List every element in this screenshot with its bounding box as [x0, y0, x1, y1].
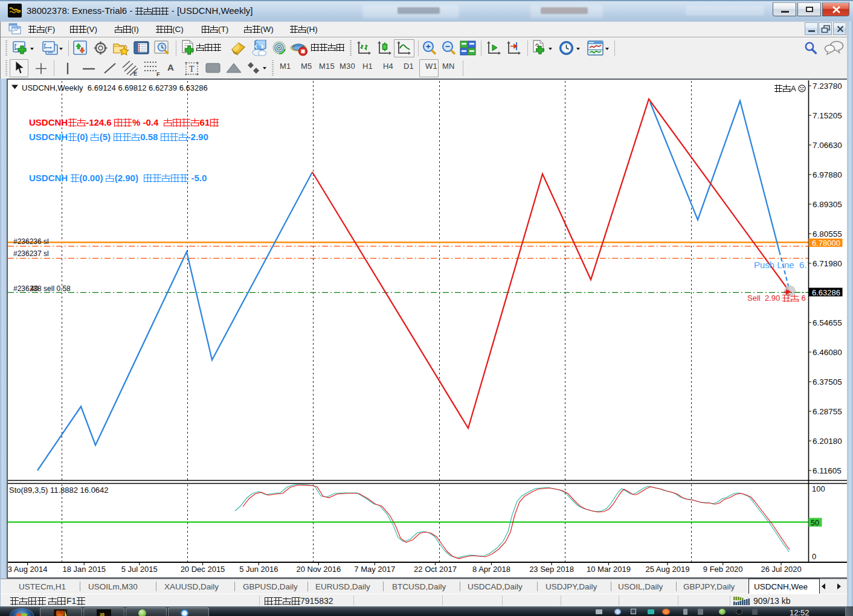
- svg-text:7.15205: 7.15205: [813, 111, 842, 120]
- svg-text:22 Oct 2017: 22 Oct 2017: [414, 565, 457, 574]
- svg-text:5 Jun 2016: 5 Jun 2016: [239, 565, 278, 574]
- svg-text:25 Aug 2019: 25 Aug 2019: [645, 565, 689, 574]
- svg-text:8 Apr 2018: 8 Apr 2018: [472, 565, 510, 574]
- svg-text:20 Dec 2015: 20 Dec 2015: [181, 565, 225, 574]
- svg-text:10 Mar 2019: 10 Mar 2019: [587, 565, 631, 574]
- svg-text:E: E: [134, 71, 137, 77]
- svg-text:6.54655: 6.54655: [813, 318, 842, 327]
- svg-text:9 Feb 2020: 9 Feb 2020: [703, 565, 743, 574]
- svg-text:6.28755: 6.28755: [813, 407, 842, 416]
- svg-text:USDCNH,Weekly 6.69124 6.69812: USDCNH,Weekly 6.69124 6.69812 6.62739 6.…: [22, 83, 208, 92]
- svg-text:Sto(89,3,5) 11.8882 16.0642: Sto(89,3,5) 11.8882 16.0642: [9, 486, 109, 495]
- svg-text:3 Aug 2014: 3 Aug 2014: [8, 565, 48, 574]
- svg-text:6.97880: 6.97880: [813, 170, 842, 179]
- svg-text:6.71980: 6.71980: [813, 259, 842, 268]
- svg-text:6.78000: 6.78000: [812, 239, 840, 248]
- svg-text:#236236 sl: #236236 sl: [13, 237, 49, 246]
- svg-text:50: 50: [811, 519, 819, 527]
- svg-text:6.11605: 6.11605: [813, 466, 842, 475]
- svg-text:23 Sep 2018: 23 Sep 2018: [529, 565, 574, 574]
- svg-text:5 Jul 2015: 5 Jul 2015: [121, 565, 158, 574]
- svg-text:26 Jul 2020: 26 Jul 2020: [761, 565, 801, 574]
- svg-text:6.89305: 6.89305: [813, 200, 842, 209]
- svg-text:20 Nov 2016: 20 Nov 2016: [296, 565, 341, 574]
- svg-text:F: F: [156, 71, 160, 77]
- svg-text:40: 40: [30, 284, 54, 293]
- svg-text:6.46080: 6.46080: [813, 348, 842, 357]
- svg-text:100: 100: [812, 484, 825, 493]
- svg-text:6.37505: 6.37505: [813, 377, 842, 387]
- svg-text:T: T: [189, 65, 195, 74]
- svg-text:6.20180: 6.20180: [813, 437, 842, 446]
- svg-text:7.23780: 7.23780: [813, 82, 842, 91]
- svg-text:0: 0: [812, 552, 816, 561]
- svg-text:18 Jan 2015: 18 Jan 2015: [62, 565, 106, 574]
- svg-text:7.06630: 7.06630: [813, 141, 842, 150]
- svg-text:#236237 sl: #236237 sl: [13, 249, 49, 258]
- svg-text:6.80555: 6.80555: [813, 229, 842, 239]
- svg-text:7 May 2017: 7 May 2017: [354, 565, 395, 574]
- svg-text:6.63286: 6.63286: [812, 288, 840, 297]
